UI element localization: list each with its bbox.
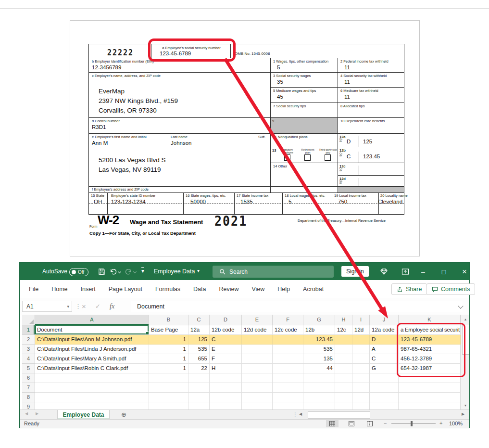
grid-cell[interactable]: 535 <box>188 345 210 354</box>
grid-cell[interactable] <box>352 383 370 393</box>
grid-cell[interactable] <box>352 345 370 354</box>
grid-cell[interactable] <box>35 393 149 402</box>
name-box[interactable]: A1 ▾ <box>22 301 72 312</box>
share-button[interactable]: Share <box>391 283 427 295</box>
grid-cell[interactable]: H <box>210 364 242 373</box>
grid-cell[interactable] <box>210 393 242 402</box>
name-box-dropdown-icon[interactable]: ▾ <box>67 304 69 309</box>
grid-cell[interactable]: 12a <box>188 325 210 335</box>
tab-home[interactable]: Home <box>51 286 67 293</box>
grid-cell[interactable]: 135 <box>303 354 335 364</box>
grid-cell[interactable] <box>399 402 461 410</box>
grid-cell[interactable]: E <box>210 345 242 354</box>
undo-icon[interactable] <box>110 268 117 275</box>
grid-cell[interactable] <box>188 393 210 402</box>
grid-cell[interactable] <box>188 402 210 410</box>
grid-cell[interactable] <box>335 383 352 393</box>
grid-cell[interactable] <box>242 402 273 410</box>
zoom-in-icon[interactable]: + <box>439 420 442 426</box>
row-header[interactable]: 9 <box>22 402 35 410</box>
grid-cell[interactable]: C:\Data\Input Files\Mary A Smith.pdf <box>35 354 149 364</box>
grid-cell[interactable] <box>35 383 149 393</box>
tabbar-dots-divider[interactable]: ⋮ <box>292 411 298 418</box>
grid-cell[interactable] <box>352 402 370 410</box>
grid-cell[interactable]: 12d <box>352 325 370 335</box>
fx-icon[interactable]: fx <box>110 301 114 312</box>
grid-cell[interactable] <box>273 364 303 373</box>
column-header[interactable]: F <box>273 315 303 325</box>
view-page-layout-icon[interactable] <box>345 420 358 427</box>
grid-cell[interactable] <box>303 402 335 410</box>
grid-cell[interactable] <box>370 383 399 393</box>
grid-cell[interactable] <box>273 345 303 354</box>
grid-cell[interactable] <box>335 345 352 354</box>
minimize-button[interactable]: – <box>414 263 433 280</box>
column-header[interactable]: E <box>242 315 273 325</box>
column-header[interactable]: A <box>35 315 149 325</box>
qat-customize-icon[interactable]: ▾ <box>141 267 144 274</box>
tab-page-layout[interactable]: Page Layout <box>109 286 142 293</box>
grid-cell[interactable]: 125 <box>188 335 210 345</box>
grid-cell[interactable] <box>242 383 273 393</box>
grid-cell[interactable]: F <box>210 354 242 364</box>
grid-cell[interactable] <box>149 393 188 402</box>
new-sheet-icon[interactable]: ⊕ <box>121 411 126 418</box>
grid-cell[interactable] <box>35 402 149 410</box>
undo-dropdown-icon[interactable] <box>118 270 121 273</box>
tab-review[interactable]: Review <box>219 286 238 293</box>
grid-cell[interactable] <box>242 373 273 383</box>
grid-cell[interactable]: 1 <box>149 335 188 345</box>
grid-cell[interactable]: C <box>370 354 399 364</box>
row-header[interactable]: 4 <box>22 354 35 364</box>
grid-cell[interactable] <box>352 364 370 373</box>
grid-cell[interactable] <box>335 373 352 383</box>
grid-cell[interactable]: 44 <box>303 364 335 373</box>
grid-cell[interactable] <box>370 402 399 410</box>
column-header[interactable]: C <box>188 315 210 325</box>
grid-cell[interactable] <box>35 373 149 383</box>
grid-cell[interactable]: A <box>370 345 399 354</box>
row-header[interactable]: 3 <box>22 345 35 354</box>
grid-cell[interactable]: 123.45 <box>303 335 335 345</box>
grid-cell[interactable]: 12d code <box>242 325 273 335</box>
grid-cell[interactable] <box>273 373 303 383</box>
grid-cell[interactable] <box>370 373 399 383</box>
grid-cell[interactable]: 655 <box>188 354 210 364</box>
grid-cell[interactable] <box>242 364 273 373</box>
enter-icon[interactable]: ✓ <box>95 301 100 312</box>
sheet-tab-employee-data[interactable]: Employee Data <box>57 410 110 420</box>
grid-cell[interactable] <box>273 402 303 410</box>
formula-input[interactable]: Document <box>130 301 463 312</box>
tab-view[interactable]: View <box>251 286 264 293</box>
tab-data[interactable]: Data <box>193 286 206 293</box>
grid-cell[interactable] <box>149 383 188 393</box>
grid-cell[interactable]: 1 <box>149 364 188 373</box>
grid-cell[interactable] <box>273 383 303 393</box>
grid-cell[interactable] <box>242 354 273 364</box>
grid-cell[interactable] <box>303 373 335 383</box>
grid-cell[interactable] <box>149 402 188 410</box>
sheet-nav-right-icon[interactable]: ▶ <box>36 411 38 416</box>
grid-cell[interactable] <box>335 335 352 345</box>
grid-cell[interactable] <box>352 354 370 364</box>
grid-cell[interactable] <box>210 383 242 393</box>
column-header[interactable]: J <box>370 315 399 325</box>
grid-cell[interactable] <box>242 335 273 345</box>
autosave-toggle[interactable]: Off <box>69 268 88 276</box>
zoom-slider-track[interactable] <box>391 423 436 424</box>
zoom-slider-thumb[interactable] <box>411 421 413 426</box>
row-header[interactable]: 5 <box>22 364 35 373</box>
grid-cell[interactable] <box>210 373 242 383</box>
tab-formulas[interactable]: Formulas <box>155 286 180 293</box>
grid-cell[interactable]: 1 <box>149 354 188 364</box>
grid-cell[interactable] <box>303 383 335 393</box>
grid-cell[interactable]: 12a code <box>370 325 399 335</box>
zoom-out-icon[interactable]: − <box>384 420 387 426</box>
column-header[interactable]: G <box>303 315 335 325</box>
grid-cell[interactable]: 12b <box>303 325 335 335</box>
hscroll-right-icon[interactable]: ▶ <box>462 412 464 416</box>
grid-cell[interactable] <box>352 335 370 345</box>
gem-icon[interactable] <box>380 268 388 276</box>
grid-cell[interactable]: G <box>370 364 399 373</box>
title-dropdown-icon[interactable]: ▾ <box>197 268 200 273</box>
